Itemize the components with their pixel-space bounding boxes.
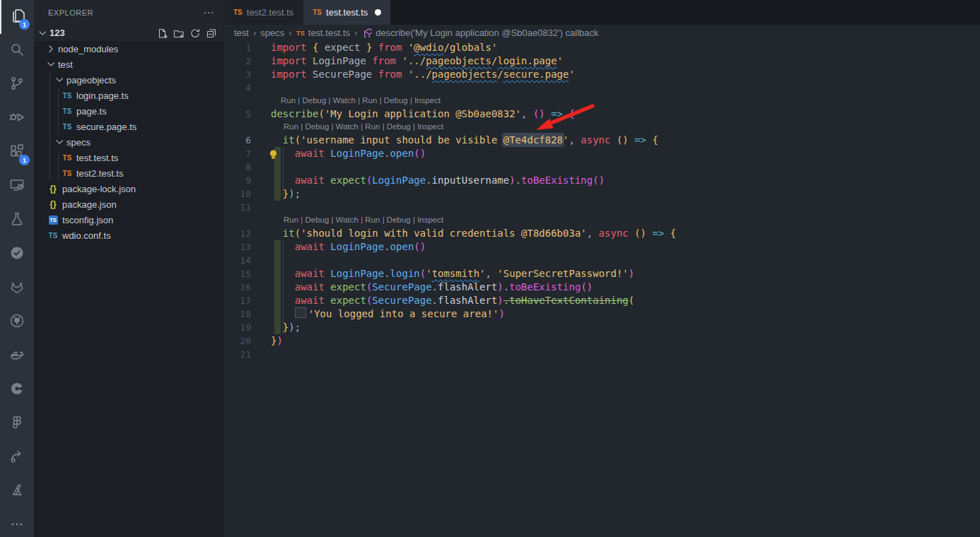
breadcrumb-item-specs[interactable]: specs [260,28,284,38]
activity-item-github[interactable] [0,305,34,339]
codelens-watch-link[interactable]: Watch [333,96,356,105]
activity-item-explorer[interactable]: 1 [0,0,34,34]
activity-item-more-actions[interactable] [0,509,34,537]
code-token: import [271,69,313,80]
code-line-13: 13 await LoginPage.open() [224,240,980,254]
indent-guide [283,240,284,254]
tree-item-specs[interactable]: specs [34,134,224,150]
tree-item-test2-test-ts[interactable]: TStest2.test.ts [34,165,224,181]
code-line-14: 14 [224,254,980,267]
tree-item-tsconfig-json[interactable]: TStsconfig.json [34,212,224,228]
codelens-separator: | [296,96,302,105]
tsconfig-file-icon: TS [47,216,59,225]
tree-item-package-lock-json[interactable]: {}package-lock.json [34,181,224,196]
tree-item-node-modules[interactable]: node_modules [34,41,224,57]
tree-item-page-ts[interactable]: TSpage.ts [34,103,224,119]
lightbulb-icon[interactable] [268,148,279,160]
codelens-run-link[interactable]: Run [284,216,298,224]
views-more-icon[interactable]: ⋯ [204,9,215,16]
tree-item-test[interactable]: test [34,57,224,72]
tree-item-secure-page-ts[interactable]: TSsecure.page.ts [34,119,224,134]
testing-icon [8,211,25,230]
breadcrumb-label: test.test.ts [308,28,350,38]
breadcrumb-item-describe-my-login-a[interactable]: describe('My Login application @Sb0ae083… [361,27,598,40]
code-token: await [295,268,331,279]
code-token: => [629,134,653,146]
new-file-icon[interactable] [157,28,168,39]
activity-item-docker[interactable] [0,339,34,373]
line-number: 4 [224,81,251,95]
codelens-inspect-link[interactable]: Inspect [417,122,443,131]
codelens-row: Run | Debug | Watch | Run | Debug | Insp… [224,95,980,107]
tree-item-label: test.test.ts [76,153,118,163]
codelens-debug-link[interactable]: Debug [303,96,327,105]
codelens-run-link[interactable]: Run [365,216,380,224]
highlighted-tag: @Te4dcf828 [503,134,563,146]
code-token: ( [420,268,426,279]
ts-file-icon: TS [61,154,74,162]
codelens-watch-link[interactable]: Watch [336,216,358,224]
tree-item-test-test-ts[interactable]: TStest.test.ts [34,150,224,165]
line-number: 11 [224,201,251,214]
breadcrumb-item-test-test-ts[interactable]: TStest.test.ts [296,28,350,38]
code-token: it [283,134,295,146]
breadcrumb-item-test[interactable]: test [234,28,249,38]
code-token: open [390,148,414,159]
code-token: , [521,108,533,119]
activity-item-live-share[interactable] [0,441,34,475]
codelens-debug-link[interactable]: Debug [305,122,329,131]
codelens-run-link[interactable]: Run [362,96,377,105]
modified-dot[interactable] [375,9,381,16]
line-number: 20 [224,334,251,348]
tab-test2-test-ts[interactable]: TStest2.test.ts [224,0,303,25]
codelens-run-link[interactable]: Run [284,122,298,131]
tree-item-label: login.page.ts [76,90,129,101]
activity-item-extensions[interactable]: 1 [0,136,34,170]
code-token: await [295,148,331,159]
refresh-explorer-icon[interactable] [189,28,201,39]
live-share-icon [8,448,25,468]
codelens-inspect-link[interactable]: Inspect [417,216,443,224]
codelens-debug-link[interactable]: Debug [387,122,411,131]
codelens-run-link[interactable]: Run [365,122,380,131]
activity-item-azure[interactable] [0,475,34,509]
code-line-12: 12 it('should login with valid credentia… [224,227,980,240]
tree-item-wdio-conf-ts[interactable]: TSwdio.conf.ts [34,228,224,243]
code-token: toBeExisting [509,281,581,293]
activity-item-figma[interactable] [0,407,34,441]
tree-item-login-page-ts[interactable]: TSlogin.page.ts [34,88,224,103]
code-token: { [652,134,658,146]
activity-item-circleci[interactable] [0,373,34,407]
vscode-window: 11 EXPLORER ⋯ 123 node_modulestestpageob… [0,0,980,537]
tree-item-pageobjects[interactable]: pageobjects [34,72,224,88]
codelens-watch-link[interactable]: Watch [336,122,358,131]
collapse-folders-icon[interactable] [206,28,217,39]
code-token: . [384,241,390,252]
code-line-2: 2import LoginPage from '../pageobjects/l… [224,54,980,68]
activity-item-source-control[interactable] [0,68,34,102]
codelens-separator: | [298,216,305,224]
tree-item-package-json[interactable]: {}package.json [34,196,224,212]
git-added-indicator-bar [274,254,281,267]
activity-item-testing[interactable] [0,203,34,237]
codelens-debug-link[interactable]: Debug [387,216,411,224]
chevron-down-icon [54,74,65,85]
workspace-section-header[interactable]: 123 [34,25,224,41]
code-token: async [581,134,617,146]
tab-test-test-ts[interactable]: TStest.test.ts [303,0,390,25]
codelens-debug-link[interactable]: Debug [384,96,408,105]
code-token: ) [497,281,503,293]
ts-file-icon: TS [47,232,59,240]
activity-item-run-and-debug[interactable] [0,102,34,136]
codelens-debug-link[interactable]: Debug [305,216,329,224]
code-token: / [497,69,503,80]
new-folder-icon[interactable] [173,28,185,39]
activity-item-remote-explorer[interactable] [0,170,34,203]
activity-item-search[interactable] [0,34,34,68]
activity-item-gitlab[interactable] [0,271,34,305]
codelens-run-link[interactable]: Run [281,96,296,105]
code-token: inputUsername [432,175,510,186]
line-number: 6 [224,134,251,147]
activity-item-task-check[interactable] [0,237,34,271]
codelens-inspect-link[interactable]: Inspect [414,96,441,105]
